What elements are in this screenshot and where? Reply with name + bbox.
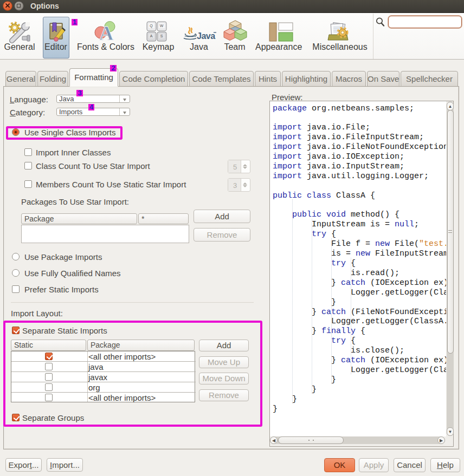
svg-text:W: W [160,24,164,28]
svg-text:Java: Java [197,31,215,41]
svg-text:A: A [150,34,153,38]
svg-text:A: A [99,22,114,44]
svg-text:S: S [160,34,163,38]
svg-text:Q: Q [150,24,153,28]
